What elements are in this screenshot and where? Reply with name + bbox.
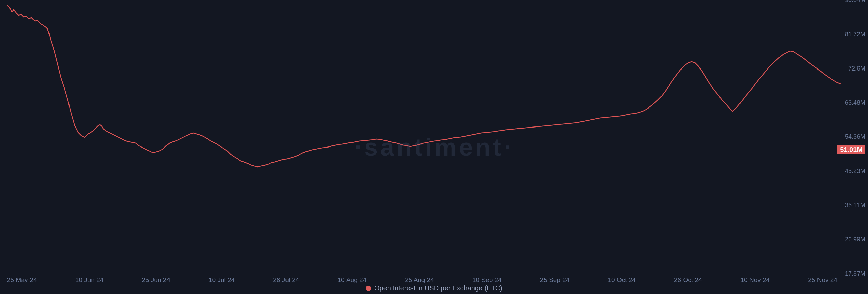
- y-label-4: 54.36M: [845, 133, 865, 140]
- y-label-8: 17.87M: [845, 270, 865, 277]
- x-label-6: 10 Aug 24: [338, 276, 367, 284]
- y-label-6: 36.11M: [845, 202, 865, 209]
- chart-container: ·santiment· 90.84M81.72M72.6M63.48M54.36…: [0, 0, 868, 294]
- legend-dot: [366, 286, 371, 291]
- x-label-3: 25 Jun 24: [142, 276, 170, 284]
- chart-legend: Open Interest in USD per Exchange (ETC): [366, 284, 502, 292]
- y-label-7: 26.99M: [845, 236, 865, 243]
- y-label-2: 72.6M: [848, 65, 865, 72]
- x-label-5: 26 Jul 24: [273, 276, 299, 284]
- x-label-4: 10 Jul 24: [209, 276, 235, 284]
- y-axis: 90.84M81.72M72.6M63.48M54.36M45.23M36.11…: [837, 0, 868, 274]
- y-label-1: 81.72M: [845, 31, 865, 38]
- x-label-10: 10 Oct 24: [608, 276, 636, 284]
- chart-svg: [7, 0, 841, 274]
- y-label-3: 63.48M: [845, 99, 865, 106]
- x-label-7: 25 Aug 24: [405, 276, 434, 284]
- x-label-2: 10 Jun 24: [75, 276, 103, 284]
- x-label-12: 10 Nov 24: [741, 276, 770, 284]
- x-label-8: 10 Sep 24: [472, 276, 502, 284]
- x-label-9: 25 Sep 24: [540, 276, 570, 284]
- y-label-5: 45.23M: [845, 168, 865, 175]
- x-axis: 25 May 24 10 Jun 24 25 Jun 24 10 Jul 24 …: [7, 276, 837, 284]
- y-label-0: 90.84M: [845, 0, 865, 4]
- chart-line: [7, 5, 841, 167]
- x-label-1: 25 May 24: [7, 276, 37, 284]
- legend-label: Open Interest in USD per Exchange (ETC): [374, 284, 502, 292]
- x-label-13: 25 Nov 24: [808, 276, 837, 284]
- current-value-badge: 51.01M: [837, 145, 865, 154]
- x-label-11: 26 Oct 24: [674, 276, 702, 284]
